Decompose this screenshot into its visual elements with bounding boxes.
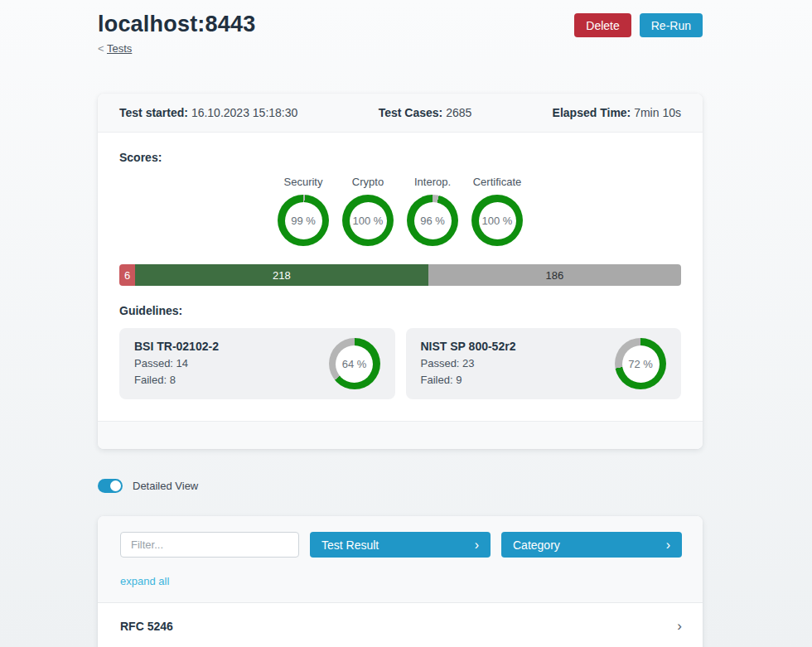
rerun-button[interactable]: Re-Run: [640, 13, 703, 37]
donut-label: Interop.: [414, 176, 451, 188]
guideline-title: NIST SP 800-52r2: [421, 340, 516, 353]
filter-input[interactable]: [120, 532, 299, 558]
donut-value: 64 %: [336, 345, 373, 383]
page-title: localhost:8443: [98, 12, 255, 37]
guideline-text: BSI TR-02102-2 Passed: 14 Failed: 8: [134, 340, 219, 388]
guideline-title: BSI TR-02102-2: [134, 340, 219, 353]
test-cases-value: 2685: [446, 106, 471, 119]
score-donut-security: Security 99 %: [271, 176, 336, 246]
score-donut-crypto: Crypto 100 %: [336, 176, 400, 246]
failed-value: 8: [170, 374, 176, 386]
score-donut-interop: Interop. 96 %: [400, 176, 465, 246]
delete-button[interactable]: Delete: [574, 13, 631, 37]
category-dropdown-label: Category: [513, 538, 560, 552]
bar-segment-passed: 218: [135, 264, 428, 286]
donut-value: 72 %: [622, 345, 660, 383]
failed-label: Failed:: [134, 374, 167, 386]
detailed-view-toggle[interactable]: [98, 479, 123, 493]
donut-label: Certificate: [473, 176, 522, 188]
guideline-text: NIST SP 800-52r2 Passed: 23 Failed: 9: [421, 340, 516, 388]
passed-value: 23: [462, 357, 474, 369]
chevron-right-icon: ›: [677, 619, 682, 633]
filter-section: Test Result › Category › expand all: [98, 516, 703, 603]
topbar: localhost:8443 < Tests Delete Re-Run: [98, 12, 703, 55]
breadcrumb-tests-link[interactable]: Tests: [107, 42, 132, 55]
donut-label: Crypto: [352, 176, 384, 188]
elapsed-time-label: Elapsed Time:: [553, 106, 631, 119]
guideline-card-bsi: BSI TR-02102-2 Passed: 14 Failed: 8 64 %: [119, 328, 395, 399]
category-dropdown[interactable]: Category ›: [501, 532, 682, 558]
donut-value: 96 %: [414, 202, 452, 239]
guideline-passed: Passed: 23: [421, 355, 516, 372]
detailed-view-label: Detailed View: [133, 480, 198, 492]
failed-label: Failed:: [421, 374, 453, 386]
donut-value: 100 %: [350, 202, 387, 239]
score-donut-certificate: Certificate 100 %: [465, 176, 529, 246]
passed-label: Passed:: [134, 357, 173, 369]
passed-label: Passed:: [421, 357, 460, 369]
donut-chart-interop: 96 %: [407, 195, 458, 246]
page: localhost:8443 < Tests Delete Re-Run Tes…: [98, 0, 703, 647]
rfc-row-5246[interactable]: RFC 5246 ›: [98, 603, 703, 647]
donut-chart-crypto: 100 %: [342, 195, 394, 246]
guideline-failed: Failed: 8: [134, 372, 219, 389]
donut-chart-certificate: 100 %: [471, 195, 523, 246]
summary-body: Scores: Security 99 % Crypto 100 % Inter…: [98, 133, 703, 421]
donut-label: Security: [284, 176, 323, 188]
elapsed-time-stat: Elapsed Time: 7min 10s: [553, 106, 681, 119]
guideline-cards: BSI TR-02102-2 Passed: 14 Failed: 8 64 %: [119, 328, 681, 399]
detailed-view-row: Detailed View: [98, 479, 703, 493]
breadcrumb-back-icon: <: [98, 42, 104, 55]
test-result-dropdown-label: Test Result: [321, 538, 379, 552]
donut-value: 99 %: [285, 202, 322, 239]
test-cases-label: Test Cases:: [379, 106, 443, 119]
summary-footer: [98, 421, 703, 449]
test-result-dropdown[interactable]: Test Result ›: [310, 532, 491, 558]
donut-value: 100 %: [479, 202, 516, 239]
test-started-label: Test started:: [119, 106, 188, 119]
elapsed-time-value: 7min 10s: [634, 106, 681, 119]
failed-value: 9: [456, 374, 462, 386]
filter-row: Test Result › Category ›: [120, 532, 682, 558]
action-buttons: Delete Re-Run: [574, 13, 703, 37]
scores-heading: Scores:: [119, 151, 681, 164]
donut-chart-nist: 72 %: [615, 338, 666, 389]
toggle-knob: [110, 480, 121, 491]
guideline-passed: Passed: 14: [134, 355, 219, 372]
rfc-row-label: RFC 5246: [120, 620, 173, 633]
summary-header: Test started: 16.10.2023 15:18:30 Test C…: [98, 94, 703, 133]
guideline-card-nist: NIST SP 800-52r2 Passed: 23 Failed: 9 72…: [406, 328, 682, 399]
guidelines-heading: Guidelines:: [119, 304, 681, 317]
donut-chart-bsi: 64 %: [329, 338, 380, 389]
rfc-list: RFC 5246 › RFC 6066 ›: [98, 603, 703, 647]
chevron-right-icon: ›: [475, 538, 479, 552]
expand-all-link[interactable]: expand all: [120, 575, 169, 587]
breadcrumb: < Tests: [98, 42, 255, 55]
bar-segment-failed: 6: [119, 264, 135, 286]
donut-chart-security: 99 %: [278, 195, 329, 246]
title-block: localhost:8443 < Tests: [98, 12, 255, 55]
test-started-stat: Test started: 16.10.2023 15:18:30: [119, 106, 297, 119]
passed-value: 14: [176, 357, 188, 369]
chevron-right-icon: ›: [666, 538, 670, 552]
guideline-failed: Failed: 9: [421, 372, 516, 389]
score-donuts: Security 99 % Crypto 100 % Interop. 96 %: [119, 176, 681, 246]
summary-card: Test started: 16.10.2023 15:18:30 Test C…: [98, 94, 703, 449]
test-cases-stat: Test Cases: 2685: [379, 106, 472, 119]
test-started-value: 16.10.2023 15:18:30: [191, 106, 297, 119]
bar-segment-other: 186: [428, 264, 681, 286]
detail-card: Test Result › Category › expand all RFC …: [98, 516, 703, 647]
result-bar: 6 218 186: [119, 264, 681, 286]
